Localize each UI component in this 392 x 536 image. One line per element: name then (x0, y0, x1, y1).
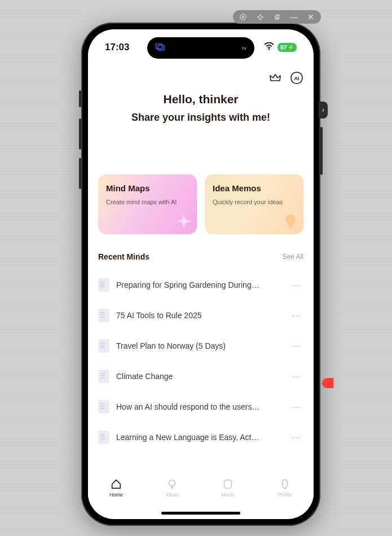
volume-down-button (79, 158, 81, 189)
idea-memos-card[interactable]: Idea Memos Quickly record your ideas (205, 174, 303, 234)
side-panel-arrow[interactable]: › (319, 102, 328, 118)
list-item[interactable]: Preparing for Spring Gardening During… ⋯ (98, 273, 303, 297)
pin-icon[interactable] (256, 12, 265, 21)
list-item-title: 75 AI Tools to Rule 2025 (116, 311, 283, 320)
tab-label: Ideas (166, 492, 178, 498)
svg-rect-11 (224, 480, 232, 488)
svg-point-8 (285, 214, 296, 225)
home-icon (110, 478, 122, 490)
more-icon[interactable]: ⋯ (289, 399, 303, 415)
ai-badge-icon[interactable]: AI (290, 71, 303, 85)
card-subtitle: Create mind maps with AI (106, 199, 189, 205)
status-time: 17:03 (105, 42, 129, 53)
document-icon (98, 370, 109, 383)
list-item[interactable]: Learning a New Language is Easy, Act… ⋯ (98, 425, 303, 450)
silence-switch (79, 90, 81, 107)
home-indicator[interactable] (161, 512, 240, 515)
list-item-title: How an AI should respond to the users… (116, 402, 283, 411)
card-title: Mind Maps (106, 183, 189, 193)
volume-up-button (79, 118, 81, 150)
simulator-window-controls: 10 — ✕ (233, 10, 321, 24)
subtitle-text: Share your insights with me! (98, 112, 303, 124)
wifi-icon (264, 42, 274, 52)
tab-bar: Home Ideas Minds Profile (88, 472, 314, 503)
island-right-label: tv (242, 46, 246, 51)
list-item-title: Learning a New Language is Easy, Act… (116, 433, 283, 442)
tab-label: Minds (221, 492, 235, 498)
document-icon (98, 339, 109, 353)
dynamic-island: tv (147, 37, 254, 59)
minimize-button[interactable]: — (289, 12, 298, 21)
document-icon (98, 278, 109, 292)
card-subtitle: Quickly record your ideas (213, 199, 296, 205)
svg-rect-2 (244, 16, 244, 19)
svg-text:10: 10 (275, 16, 279, 19)
greeting-text: Hello, thinker (163, 93, 238, 106)
list-item[interactable]: Travel Plan to Norway (5 Days) ⋯ (98, 333, 303, 358)
tab-profile[interactable]: Profile (278, 478, 292, 498)
tab-ideas[interactable]: Ideas (166, 478, 178, 498)
more-icon[interactable]: ⋯ (289, 369, 303, 384)
document-icon (98, 430, 109, 444)
list-item-title: Climate Change (116, 372, 283, 381)
svg-point-0 (240, 14, 246, 20)
note-icon (222, 478, 234, 490)
close-button[interactable]: ✕ (306, 12, 315, 21)
list-item[interactable]: How an AI should respond to the users… ⋯ (98, 394, 303, 419)
bulb-icon (166, 478, 178, 490)
sparkle-icon (174, 212, 193, 231)
more-icon[interactable]: ⋯ (289, 278, 303, 293)
more-icon[interactable]: ⋯ (289, 430, 303, 445)
phone-frame: tv 17:03 97⚡ AI (81, 23, 320, 526)
power-button (320, 127, 323, 175)
battery-indicator: 97⚡ (278, 43, 297, 52)
tab-minds[interactable]: Minds (221, 478, 235, 498)
svg-rect-1 (242, 16, 243, 19)
recent-minds-title: Recent Minds (98, 252, 149, 261)
crown-icon[interactable] (268, 71, 282, 85)
svg-rect-5 (156, 44, 162, 49)
tab-label: Home (109, 492, 123, 498)
see-all-link[interactable]: See All (283, 253, 303, 261)
list-item-title: Travel Plan to Norway (5 Days) (116, 341, 283, 350)
list-item[interactable]: Climate Change ⋯ (98, 364, 303, 389)
island-app-icon (155, 43, 168, 52)
bulb-icon (281, 212, 300, 231)
card-title: Idea Memos (213, 183, 296, 193)
leaf-icon (279, 478, 291, 490)
pause-icon[interactable] (239, 12, 248, 21)
more-icon[interactable]: ⋯ (289, 308, 303, 323)
recent-list: Preparing for Spring Gardening During… ⋯… (98, 273, 303, 450)
svg-point-10 (169, 480, 175, 486)
document-icon (98, 400, 109, 414)
list-item-title: Preparing for Spring Gardening During… (116, 280, 283, 289)
side-red-tab[interactable] (322, 378, 333, 388)
phone-screen: tv 17:03 97⚡ AI (88, 29, 314, 519)
more-icon[interactable]: ⋯ (289, 339, 303, 354)
mind-maps-card[interactable]: Mind Maps Create mind maps with AI (98, 174, 197, 234)
svg-rect-9 (288, 224, 293, 227)
svg-rect-4 (158, 45, 164, 50)
reset-icon[interactable]: 10 (272, 12, 281, 21)
tab-home[interactable]: Home (109, 478, 123, 498)
svg-text:AI: AI (294, 76, 299, 81)
document-icon (98, 309, 109, 322)
tab-label: Profile (278, 492, 292, 498)
svg-point-6 (268, 49, 270, 50)
list-item[interactable]: 75 AI Tools to Rule 2025 ⋯ (98, 303, 303, 328)
